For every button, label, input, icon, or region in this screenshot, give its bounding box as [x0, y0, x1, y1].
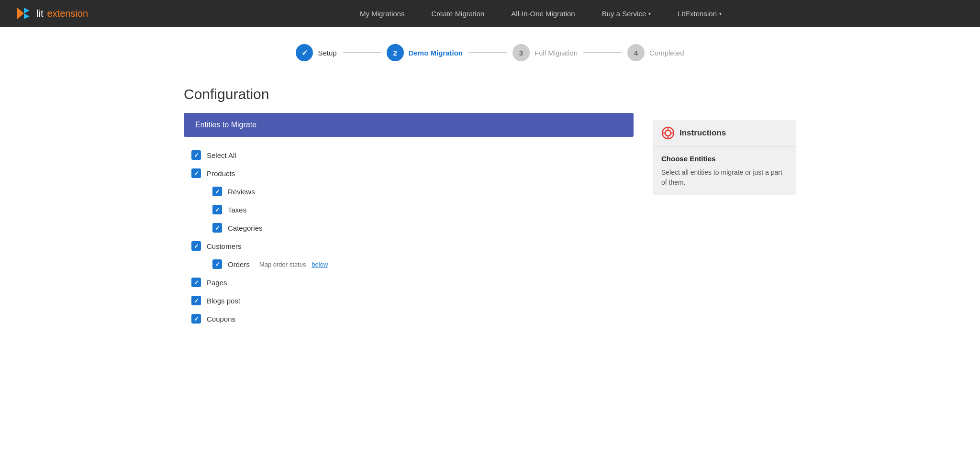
step-label-full: Full Migration	[535, 49, 578, 57]
step-circle-setup: ✓	[296, 44, 313, 61]
lifebuoy-icon	[661, 126, 675, 140]
check-item-taxes: ✓ Taxes	[191, 205, 634, 214]
navbar: litextension My Migrations Create Migrat…	[0, 0, 980, 27]
check-item-products: ✓ Products	[191, 168, 634, 178]
svg-point-4	[665, 130, 671, 136]
label-taxes: Taxes	[228, 206, 246, 214]
check-item-pages: ✓ Pages	[191, 278, 634, 287]
brand-icon	[15, 5, 33, 22]
checkmark-orders: ✓	[215, 261, 220, 268]
checkmark-coupons: ✓	[194, 315, 199, 323]
checkmark-products: ✓	[194, 170, 199, 177]
label-customers: Customers	[207, 242, 242, 250]
instructions-text: Select all entities to migrate or just a…	[661, 168, 788, 188]
navbar-nav: My Migrations Create Migration All-In-On…	[117, 0, 965, 27]
checkbox-customers[interactable]: ✓	[191, 241, 201, 251]
step-label-setup: Setup	[318, 49, 336, 57]
config-section: Configuration Entities to Migrate ✓ Sele…	[184, 86, 634, 332]
checkbox-orders[interactable]: ✓	[212, 259, 222, 269]
label-products: Products	[207, 169, 235, 178]
svg-marker-2	[24, 13, 30, 19]
check-item-customers: ✓ Customers	[191, 241, 634, 251]
label-orders: Orders	[228, 260, 250, 268]
order-note-text: Map order status	[259, 261, 306, 268]
instructions-box: Instructions Choose Entities Select all …	[653, 120, 796, 195]
step-line-1	[343, 52, 381, 53]
check-item-orders: ✓ Orders Map order status below	[191, 259, 634, 269]
instructions-title: Instructions	[679, 128, 726, 138]
checkmark-customers: ✓	[194, 243, 199, 250]
checkmark-pages: ✓	[194, 279, 199, 286]
checkbox-coupons[interactable]: ✓	[191, 314, 201, 324]
main-content: ✓ Setup 2 Demo Migration 3 Full Migratio…	[0, 27, 980, 469]
svg-marker-1	[24, 8, 30, 13]
label-coupons: Coupons	[207, 315, 235, 323]
checkmark-categories: ✓	[215, 224, 220, 232]
brand-text-lit: lit	[36, 8, 43, 19]
checkbox-select-all[interactable]: ✓	[191, 150, 201, 160]
step-setup: ✓ Setup	[296, 44, 336, 61]
step-full-migration: 3 Full Migration	[512, 44, 578, 61]
checkbox-reviews[interactable]: ✓	[212, 187, 222, 196]
order-note-link[interactable]: below	[312, 261, 328, 268]
checkbox-taxes[interactable]: ✓	[212, 205, 222, 214]
checkmark-reviews: ✓	[215, 188, 220, 195]
stepper: ✓ Setup 2 Demo Migration 3 Full Migratio…	[296, 44, 684, 61]
nav-item-my-migrations[interactable]: My Migrations	[346, 0, 418, 27]
step-line-3	[583, 52, 622, 53]
label-categories: Categories	[228, 224, 263, 232]
step-label-completed: Completed	[649, 49, 684, 57]
label-select-all: Select All	[207, 151, 236, 159]
step-circle-demo: 2	[387, 44, 404, 61]
checkbox-categories[interactable]: ✓	[212, 223, 222, 233]
instructions-header: Instructions	[653, 120, 796, 147]
check-item-coupons: ✓ Coupons	[191, 314, 634, 324]
check-item-blogs-post: ✓ Blogs post	[191, 296, 634, 305]
config-title: Configuration	[184, 86, 634, 102]
entities-header: Entities to Migrate	[184, 113, 634, 137]
instructions-subtitle: Choose Entities	[661, 155, 788, 163]
checkbox-products[interactable]: ✓	[191, 168, 201, 178]
step-label-demo: Demo Migration	[409, 49, 463, 57]
step-circle-full: 3	[512, 44, 530, 61]
checkmark-blogs-post: ✓	[194, 297, 199, 304]
step-demo-migration: 2 Demo Migration	[387, 44, 463, 61]
step-line-2	[468, 52, 507, 53]
step-completed: 4 Completed	[627, 44, 684, 61]
brand-logo-link[interactable]: litextension	[15, 5, 88, 22]
page-layout: Configuration Entities to Migrate ✓ Sele…	[155, 75, 825, 344]
label-pages: Pages	[207, 279, 227, 287]
checkmark-taxes: ✓	[215, 206, 220, 213]
nav-item-litextension[interactable]: LitExtension ▾	[664, 0, 735, 27]
litextension-dropdown-arrow: ▾	[719, 11, 722, 16]
brand-text-extension: extension	[47, 8, 88, 19]
check-item-categories: ✓ Categories	[191, 223, 634, 233]
nav-item-buy-a-service[interactable]: Buy a Service ▾	[589, 0, 665, 27]
checkbox-blogs-post[interactable]: ✓	[191, 296, 201, 305]
checkbox-pages[interactable]: ✓	[191, 278, 201, 287]
check-item-select-all: ✓ Select All	[191, 150, 634, 160]
svg-marker-0	[17, 8, 24, 19]
checkmark-select-all: ✓	[194, 152, 199, 159]
step-circle-completed: 4	[627, 44, 645, 61]
nav-item-all-in-one-migration[interactable]: All-In-One Migration	[498, 0, 588, 27]
check-item-reviews: ✓ Reviews	[191, 187, 634, 196]
nav-item-create-migration[interactable]: Create Migration	[418, 0, 498, 27]
checklist: ✓ Select All ✓ Products ✓ Reviews	[184, 150, 634, 324]
instructions-body: Choose Entities Select all entities to m…	[653, 147, 796, 195]
buy-service-dropdown-arrow: ▾	[648, 11, 651, 16]
stepper-container: ✓ Setup 2 Demo Migration 3 Full Migratio…	[0, 27, 980, 75]
label-blogs-post: Blogs post	[207, 297, 240, 305]
instructions-sidebar: Instructions Choose Entities Select all …	[653, 86, 796, 332]
label-reviews: Reviews	[228, 188, 255, 196]
